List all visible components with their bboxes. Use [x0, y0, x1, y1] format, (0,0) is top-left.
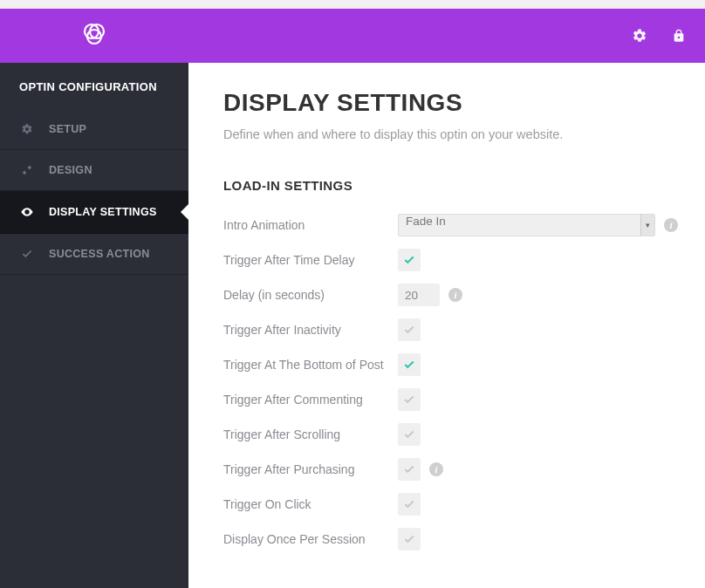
label-trigger-click: Trigger On Click: [223, 497, 398, 511]
sidebar-item-label: SETUP: [49, 123, 86, 135]
checkbox-trigger-bottom-post[interactable]: [398, 353, 421, 376]
row-trigger-inactivity: Trigger After Inactivity: [223, 318, 670, 341]
label-trigger-purchasing: Trigger After Purchasing: [223, 462, 398, 476]
label-delay-seconds: Delay (in seconds): [223, 288, 398, 302]
sidebar-item-label: DISPLAY SETTINGS: [49, 206, 157, 218]
row-trigger-bottom-post: Trigger At The Bottom of Post: [223, 353, 670, 376]
checkbox-trigger-purchasing[interactable]: [398, 458, 421, 481]
sidebar-item-design[interactable]: DESIGN: [0, 150, 188, 191]
svg-point-2: [87, 30, 101, 44]
section-title: LOAD-IN SETTINGS: [223, 178, 670, 193]
sidebar-item-label: SUCCESS ACTION: [49, 248, 150, 260]
label-trigger-bottom-post: Trigger At The Bottom of Post: [223, 358, 398, 372]
row-delay-seconds: Delay (in seconds) i: [223, 284, 670, 306]
gear-icon: [19, 123, 35, 135]
check-icon: [19, 248, 35, 260]
input-delay-seconds[interactable]: [398, 284, 440, 306]
sidebar-item-success-action[interactable]: SUCCESS ACTION: [0, 234, 188, 275]
sidebar: OPTIN CONFIGURATION SETUP DESIGN DISPLAY…: [0, 63, 188, 588]
label-trigger-time-delay: Trigger After Time Delay: [223, 253, 398, 267]
info-icon[interactable]: i: [664, 218, 678, 232]
main-layout: OPTIN CONFIGURATION SETUP DESIGN DISPLAY…: [0, 63, 705, 588]
row-display-once: Display Once Per Session: [223, 528, 670, 550]
checkbox-trigger-commenting[interactable]: [398, 388, 421, 411]
row-trigger-scrolling: Trigger After Scrolling: [223, 423, 670, 446]
sidebar-item-display-settings[interactable]: DISPLAY SETTINGS: [0, 191, 188, 234]
checkbox-trigger-scrolling[interactable]: [398, 423, 421, 446]
row-trigger-click: Trigger On Click: [223, 493, 670, 516]
chevron-down-icon: ▾: [640, 215, 654, 236]
brush-icon: [19, 164, 35, 176]
label-trigger-commenting: Trigger After Commenting: [223, 393, 398, 407]
row-trigger-purchasing: Trigger After Purchasing i: [223, 458, 670, 481]
row-trigger-commenting: Trigger After Commenting: [223, 388, 670, 411]
checkbox-trigger-inactivity[interactable]: [398, 318, 421, 341]
label-intro-animation: Intro Animation: [223, 218, 398, 232]
sidebar-item-setup[interactable]: SETUP: [0, 109, 188, 150]
page-title: DISPLAY SETTINGS: [223, 89, 670, 117]
content-pane: DISPLAY SETTINGS Define when and where t…: [188, 63, 705, 588]
eye-icon: [19, 205, 35, 219]
row-intro-animation: Intro Animation Fade In ▾ i: [223, 214, 670, 236]
topbar: [0, 9, 705, 63]
lock-icon[interactable]: [672, 29, 686, 43]
checkbox-trigger-time-delay[interactable]: [398, 249, 421, 271]
checkbox-trigger-click[interactable]: [398, 493, 421, 516]
app-window: OPTIN CONFIGURATION SETUP DESIGN DISPLAY…: [0, 9, 705, 588]
settings-gear-icon[interactable]: [632, 28, 647, 44]
sidebar-item-label: DESIGN: [49, 164, 92, 176]
select-intro-animation[interactable]: Fade In ▾: [398, 214, 655, 236]
info-icon[interactable]: i: [448, 288, 462, 302]
label-trigger-inactivity: Trigger After Inactivity: [223, 323, 398, 337]
select-value: Fade In: [406, 215, 446, 228]
row-trigger-time-delay: Trigger After Time Delay: [223, 249, 670, 271]
page-subtitle: Define when and where to display this op…: [223, 127, 670, 141]
sidebar-title: OPTIN CONFIGURATION: [0, 63, 188, 109]
label-display-once: Display Once Per Session: [223, 532, 398, 546]
checkbox-display-once[interactable]: [398, 528, 421, 550]
label-trigger-scrolling: Trigger After Scrolling: [223, 427, 398, 441]
logo-wrap: [0, 20, 188, 51]
info-icon[interactable]: i: [429, 462, 443, 476]
bloom-logo-icon: [80, 20, 108, 51]
